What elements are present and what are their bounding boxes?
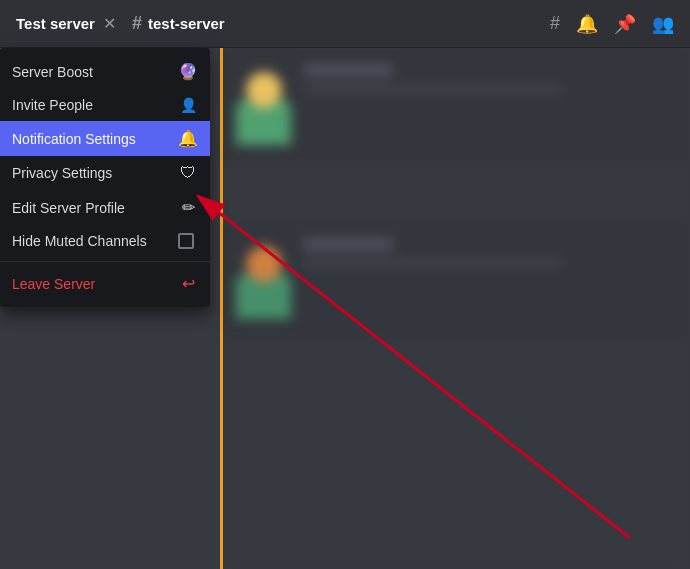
main-area: Server Boost 🔮 Invite People 👤 Notificat… bbox=[0, 48, 690, 569]
message-1 bbox=[220, 48, 690, 162]
hash-icon: # bbox=[132, 13, 142, 34]
context-menu: Server Boost 🔮 Invite People 👤 Notificat… bbox=[0, 48, 210, 307]
hide-muted-channels-checkbox[interactable] bbox=[178, 233, 198, 249]
message-2-username bbox=[303, 238, 393, 250]
bell-icon[interactable]: 🔔 bbox=[576, 13, 598, 35]
message-1-text bbox=[303, 84, 563, 94]
titlebar: Test server ✕ # test-server # 🔔 📌 👥 bbox=[0, 0, 690, 48]
leave-server-label: Leave Server bbox=[12, 276, 95, 292]
privacy-settings-label: Privacy Settings bbox=[12, 165, 112, 181]
menu-item-hide-muted-channels[interactable]: Hide Muted Channels bbox=[0, 225, 210, 257]
notification-settings-icon: 🔔 bbox=[178, 129, 198, 148]
menu-item-edit-server-profile[interactable]: Edit Server Profile ✏ bbox=[0, 190, 210, 225]
avatar-2 bbox=[236, 238, 291, 319]
pin-icon[interactable]: 📌 bbox=[614, 13, 636, 35]
titlebar-icons: # 🔔 📌 👥 bbox=[550, 13, 674, 35]
edit-server-profile-label: Edit Server Profile bbox=[12, 200, 125, 216]
notification-settings-label: Notification Settings bbox=[12, 131, 136, 147]
edit-server-profile-icon: ✏ bbox=[178, 198, 198, 217]
message-1-content bbox=[303, 64, 674, 94]
invite-people-icon: 👤 bbox=[178, 97, 198, 113]
menu-separator bbox=[0, 261, 210, 262]
members-icon[interactable]: 👥 bbox=[652, 13, 674, 35]
menu-item-invite-people[interactable]: Invite People 👤 bbox=[0, 89, 210, 121]
channel-header: # test-server bbox=[116, 13, 550, 34]
avatar-1 bbox=[236, 64, 291, 145]
channel-name: test-server bbox=[148, 15, 225, 32]
hide-muted-channels-label: Hide Muted Channels bbox=[12, 233, 147, 249]
hashtag-icon[interactable]: # bbox=[550, 13, 560, 34]
chat-content bbox=[220, 48, 690, 569]
privacy-settings-icon: 🛡 bbox=[178, 164, 198, 182]
message-2 bbox=[220, 222, 690, 336]
invite-people-label: Invite People bbox=[12, 97, 93, 113]
titlebar-left: Test server ✕ bbox=[16, 14, 116, 33]
chat-area bbox=[220, 48, 690, 569]
menu-item-notification-settings[interactable]: Notification Settings 🔔 bbox=[0, 121, 210, 156]
avatar-head-1 bbox=[246, 72, 282, 108]
leave-server-icon: ↩ bbox=[178, 274, 198, 293]
menu-item-privacy-settings[interactable]: Privacy Settings 🛡 bbox=[0, 156, 210, 190]
server-boost-label: Server Boost bbox=[12, 64, 93, 80]
message-2-content bbox=[303, 238, 674, 268]
server-boost-icon: 🔮 bbox=[178, 62, 198, 81]
message-2-text bbox=[303, 258, 563, 268]
close-button[interactable]: ✕ bbox=[103, 14, 116, 33]
menu-item-leave-server[interactable]: Leave Server ↩ bbox=[0, 266, 210, 301]
menu-item-server-boost[interactable]: Server Boost 🔮 bbox=[0, 54, 210, 89]
checkbox[interactable] bbox=[178, 233, 194, 249]
message-1-username bbox=[303, 64, 393, 76]
avatar-head-2 bbox=[246, 246, 282, 282]
server-title: Test server bbox=[16, 15, 95, 32]
